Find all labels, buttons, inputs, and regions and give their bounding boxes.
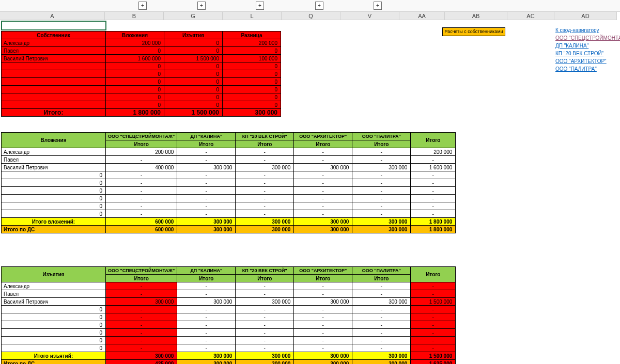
cell-value[interactable]: 0	[164, 93, 223, 101]
cell-value[interactable]: -	[106, 210, 177, 218]
cell-value[interactable]: -	[352, 329, 411, 337]
owner-name[interactable]	[2, 70, 106, 78]
cell-value[interactable]: -	[294, 313, 352, 321]
cell-value[interactable]: -	[294, 344, 352, 352]
row-name[interactable]: 0	[2, 187, 106, 195]
cell-value[interactable]: -	[106, 171, 177, 179]
cell-value[interactable]: -	[294, 337, 352, 344]
cell-value[interactable]: -	[294, 321, 352, 329]
owner-name[interactable]	[2, 78, 106, 86]
cell-value[interactable]: -	[411, 187, 456, 195]
row-name[interactable]: 0	[2, 329, 106, 337]
cell-value[interactable]: -	[352, 210, 411, 218]
cell-value[interactable]: -	[236, 282, 294, 290]
withdrawals-table[interactable]: ИзъятияООО "СПЕЦСТРОЙМОНТАЖ"ДП "КАЛИНА"К…	[1, 266, 456, 364]
cell-value[interactable]: -	[177, 179, 236, 187]
cell-value[interactable]: -	[294, 329, 352, 337]
cell-value[interactable]: -	[106, 179, 177, 187]
cell-value[interactable]: 0	[106, 86, 164, 93]
cell-value[interactable]: 1 600 000	[411, 164, 456, 171]
column-header[interactable]: AC	[507, 11, 554, 20]
cell-value[interactable]: -	[294, 148, 352, 156]
nav-link[interactable]: ООО "ПАЛИТРА"	[555, 66, 617, 74]
cell-value[interactable]: -	[177, 321, 236, 329]
cell-value[interactable]: 300 000	[352, 164, 411, 171]
cell-value[interactable]: 0	[223, 93, 281, 101]
cell-value[interactable]: -	[236, 148, 294, 156]
column-header[interactable]: V	[340, 11, 399, 20]
cell-value[interactable]: 1 500 000	[164, 55, 223, 62]
cell-value[interactable]: -	[411, 321, 456, 329]
row-name[interactable]: Александр	[2, 282, 106, 290]
cell-value[interactable]: 0	[223, 70, 281, 78]
cell-value[interactable]: -	[177, 306, 236, 313]
cell-value[interactable]: -	[352, 321, 411, 329]
cell-value[interactable]: -	[236, 337, 294, 344]
cell-value[interactable]: -	[294, 156, 352, 164]
cell-value[interactable]: 0	[106, 78, 164, 86]
cell-value[interactable]: -	[177, 210, 236, 218]
column-header[interactable]: AD	[554, 11, 617, 20]
cell-value[interactable]: 1 500 000	[411, 298, 456, 306]
cell-value[interactable]: 1 600 000	[106, 55, 164, 62]
row-name[interactable]: 0	[2, 321, 106, 329]
cell-value[interactable]: 0	[106, 47, 164, 55]
cell-value[interactable]: 400 000	[106, 164, 177, 171]
cell-value[interactable]: -	[177, 195, 236, 202]
cell-value[interactable]: 0	[164, 47, 223, 55]
cell-value[interactable]: -	[411, 202, 456, 210]
row-name[interactable]: Павел	[2, 290, 106, 298]
cell-value[interactable]: -	[352, 179, 411, 187]
cell-value[interactable]: -	[411, 329, 456, 337]
cell-value[interactable]: -	[411, 179, 456, 187]
cell-value[interactable]: -	[177, 156, 236, 164]
cell-value[interactable]: -	[236, 202, 294, 210]
nav-link[interactable]: ДП "КАЛИНА"	[555, 43, 617, 51]
cell-value[interactable]: -	[352, 171, 411, 179]
row-name[interactable]: 0	[2, 337, 106, 344]
cell-value[interactable]: -	[294, 202, 352, 210]
cell-value[interactable]: -	[236, 306, 294, 313]
cell-value[interactable]: -	[177, 187, 236, 195]
row-name[interactable]: 0	[2, 210, 106, 218]
cell-value[interactable]: -	[411, 195, 456, 202]
cell-value[interactable]: -	[106, 195, 177, 202]
cell-value[interactable]: -	[177, 202, 236, 210]
cell-value[interactable]: -	[294, 179, 352, 187]
investments-table[interactable]: ВложенияООО "СПЕЦСТРОЙМОНТАЖ"ДП "КАЛИНА"…	[1, 132, 456, 233]
cell-value[interactable]: 0	[223, 101, 281, 109]
row-name[interactable]: 0	[2, 202, 106, 210]
cell-value[interactable]: -	[352, 202, 411, 210]
cell-value[interactable]: -	[177, 329, 236, 337]
cell-value[interactable]: 0	[164, 78, 223, 86]
cell-value[interactable]: -	[236, 187, 294, 195]
cell-value[interactable]: -	[177, 337, 236, 344]
row-name[interactable]: 0	[2, 195, 106, 202]
cell-value[interactable]: 200 000	[106, 39, 164, 47]
expand-button[interactable]: +	[315, 2, 323, 10]
cell-value[interactable]: -	[236, 171, 294, 179]
cell-value[interactable]: -	[352, 148, 411, 156]
cell-value[interactable]: -	[294, 195, 352, 202]
cell-value[interactable]: 300 000	[294, 164, 352, 171]
expand-button[interactable]: +	[374, 2, 382, 10]
row-name[interactable]: Александр	[2, 148, 106, 156]
cell-value[interactable]: -	[411, 313, 456, 321]
cell-value[interactable]: -	[106, 156, 177, 164]
cell-value[interactable]: 300 000	[236, 164, 294, 171]
cell-value[interactable]: -	[411, 156, 456, 164]
cell-value[interactable]: -	[352, 290, 411, 298]
cell-value[interactable]: 0	[106, 62, 164, 70]
cell-value[interactable]: 300 000	[294, 298, 352, 306]
cell-value[interactable]: -	[236, 156, 294, 164]
cell-value[interactable]: 200 000	[106, 148, 177, 156]
nav-link[interactable]: К свод-навигатору	[555, 27, 617, 35]
cell-value[interactable]: -	[294, 290, 352, 298]
cell-value[interactable]: -	[352, 313, 411, 321]
column-header[interactable]: AA	[399, 11, 445, 20]
cell-value[interactable]: -	[177, 313, 236, 321]
cell-value[interactable]: -	[352, 195, 411, 202]
cell-value[interactable]: 300 000	[177, 298, 236, 306]
cell-value[interactable]: 0	[164, 101, 223, 109]
cell-value[interactable]: -	[411, 171, 456, 179]
